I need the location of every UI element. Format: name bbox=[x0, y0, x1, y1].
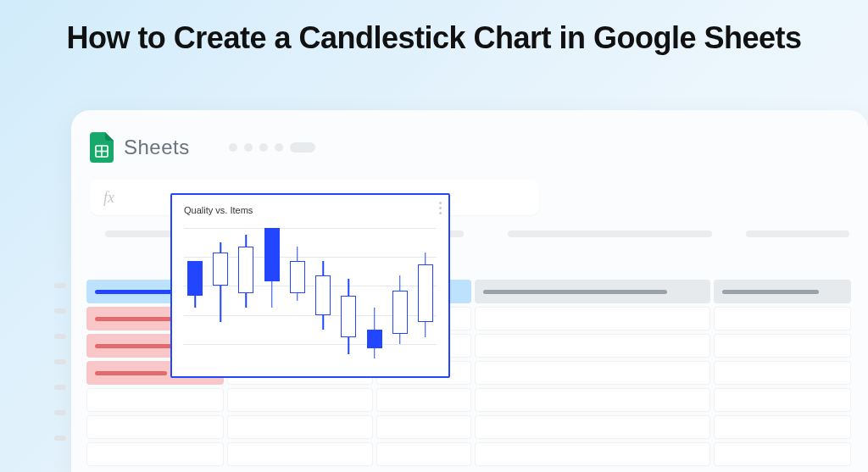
app-header: Sheets bbox=[90, 130, 849, 164]
candlestick-chart-card[interactable]: Quality vs. Items bbox=[170, 193, 450, 378]
app-name: Sheets bbox=[124, 136, 190, 159]
candlestick bbox=[418, 220, 433, 366]
candlestick bbox=[341, 220, 356, 366]
candlestick bbox=[290, 220, 305, 366]
table-row bbox=[86, 415, 868, 439]
table-row bbox=[86, 388, 868, 412]
candlestick bbox=[187, 220, 203, 366]
sheets-icon bbox=[90, 132, 114, 163]
table-row bbox=[86, 442, 868, 466]
candlestick bbox=[367, 220, 382, 366]
candlestick bbox=[238, 220, 253, 366]
page-title: How to Create a Candlestick Chart in Goo… bbox=[0, 0, 868, 57]
chart-title: Quality vs. Items bbox=[184, 205, 437, 215]
candlestick bbox=[315, 220, 331, 366]
chart-plot-area bbox=[184, 220, 437, 366]
candlestick bbox=[213, 220, 228, 366]
candlestick bbox=[264, 220, 280, 366]
row-number-gutter bbox=[54, 283, 66, 441]
kebab-menu-icon[interactable] bbox=[439, 202, 442, 214]
toolbar-placeholder-icons bbox=[229, 142, 315, 153]
formula-bar-label: fx bbox=[103, 189, 114, 207]
candlestick bbox=[392, 220, 408, 366]
